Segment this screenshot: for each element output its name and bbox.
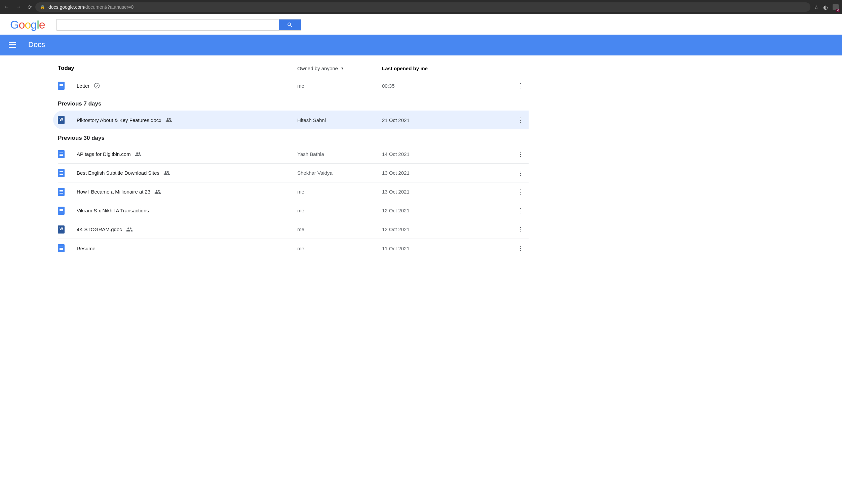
shared-icon	[163, 170, 170, 176]
docs-list: Today Owned by anyone ▼ Last opened by m…	[58, 55, 529, 258]
nav-forward-icon[interactable]: →	[16, 4, 21, 10]
extension-icon[interactable]: ◐	[823, 4, 828, 11]
section-label-prev30: Previous 30 days	[58, 129, 529, 145]
doc-owner: me	[297, 227, 382, 232]
doc-name: Letter	[77, 83, 89, 89]
offline-available-icon	[93, 82, 100, 89]
bookmark-star-icon[interactable]: ☆	[814, 4, 819, 11]
doc-name: AP tags for Digitbin.com	[77, 151, 131, 157]
app-title: Docs	[28, 40, 45, 49]
search-icon	[287, 22, 293, 28]
search-button[interactable]	[279, 19, 301, 30]
shared-icon	[135, 151, 142, 158]
doc-row[interactable]: AP tags for Digitbin.comYash Bathla14 Oc…	[58, 145, 529, 164]
url-domain: docs.google.com	[49, 4, 84, 10]
doc-date: 11 Oct 2021	[382, 246, 512, 251]
doc-date: 12 Oct 2021	[382, 227, 512, 232]
list-header-row: Today Owned by anyone ▼ Last opened by m…	[58, 63, 529, 76]
doc-name: Vikram S x Nikhil A Transactions	[77, 208, 149, 213]
doc-name: Piktostory About & Key Features.docx	[77, 117, 161, 123]
doc-owner: me	[297, 83, 382, 89]
doc-row[interactable]: 4K STOGRAM.gdocme12 Oct 2021⋮	[58, 220, 529, 239]
more-options-icon[interactable]: ⋮	[512, 188, 529, 196]
google-doc-icon	[58, 188, 65, 196]
google-doc-icon	[58, 150, 65, 158]
google-doc-icon	[58, 82, 65, 90]
menu-icon[interactable]	[9, 42, 16, 48]
section-label-today: Today	[58, 65, 297, 72]
shared-icon	[126, 226, 133, 233]
shared-icon	[165, 116, 172, 123]
address-bar[interactable]: 🔒 docs.google.com/document/?authuser=0	[35, 2, 810, 12]
doc-owner: Shekhar Vaidya	[297, 170, 382, 176]
doc-row[interactable]: Vikram S x Nikhil A Transactionsme12 Oct…	[58, 201, 529, 220]
section-label-prev7: Previous 7 days	[58, 95, 529, 110]
google-logo[interactable]: Google	[10, 18, 45, 31]
shared-icon	[154, 188, 161, 195]
google-doc-icon	[58, 244, 65, 252]
doc-row[interactable]: Resumeme11 Oct 2021⋮	[58, 239, 529, 258]
doc-owner: me	[297, 246, 382, 251]
doc-owner: Yash Bathla	[297, 151, 382, 157]
nav-back-icon[interactable]: ←	[3, 4, 10, 10]
google-doc-icon	[58, 169, 65, 177]
lock-icon: 🔒	[40, 5, 45, 10]
doc-date: 14 Oct 2021	[382, 151, 512, 157]
more-options-icon[interactable]: ⋮	[512, 245, 529, 252]
doc-date: 13 Oct 2021	[382, 170, 512, 176]
doc-row[interactable]: Piktostory About & Key Features.docxHite…	[53, 110, 529, 129]
doc-row[interactable]: Best English Subtitle Download SitesShek…	[58, 164, 529, 182]
doc-owner: Hitesh Sahni	[297, 117, 382, 123]
doc-date: 21 Oct 2021	[382, 117, 512, 123]
doc-row[interactable]: How I Became a Millionaire at 23me13 Oct…	[58, 182, 529, 201]
doc-name: How I Became a Millionaire at 23	[77, 189, 150, 195]
more-options-icon[interactable]: ⋮	[512, 150, 529, 158]
url-path: /document/?authuser=0	[84, 4, 134, 10]
owner-filter-label: Owned by anyone	[297, 66, 338, 71]
google-doc-icon	[58, 206, 65, 215]
more-options-icon[interactable]: ⋮	[512, 226, 529, 233]
google-header: Google	[0, 14, 842, 35]
more-options-icon[interactable]: ⋮	[512, 82, 529, 89]
doc-owner: me	[297, 208, 382, 213]
doc-name: Best English Subtitle Download Sites	[77, 170, 159, 176]
doc-row[interactable]: Letterme00:35⋮	[58, 76, 529, 95]
search-input[interactable]	[57, 19, 279, 30]
docs-app-bar: Docs	[0, 35, 842, 55]
nav-reload-icon[interactable]: ⟳	[28, 4, 32, 11]
doc-name: Resume	[77, 246, 95, 251]
word-doc-icon	[58, 116, 65, 124]
owner-filter[interactable]: Owned by anyone ▼	[297, 66, 382, 71]
doc-date: 13 Oct 2021	[382, 189, 512, 195]
sort-date-label[interactable]: Last opened by me	[382, 66, 512, 71]
browser-chrome: ← → ⟳ 🔒 docs.google.com/document/?authus…	[0, 0, 842, 14]
word-doc-icon	[58, 226, 65, 234]
more-options-icon[interactable]: ⋮	[512, 116, 529, 124]
chevron-down-icon: ▼	[340, 67, 344, 70]
doc-date: 00:35	[382, 83, 512, 89]
doc-date: 12 Oct 2021	[382, 208, 512, 213]
more-options-icon[interactable]: ⋮	[512, 169, 529, 177]
extension-badge-icon[interactable]	[832, 4, 839, 10]
doc-name: 4K STOGRAM.gdoc	[77, 227, 122, 232]
doc-owner: me	[297, 189, 382, 195]
search-box	[56, 19, 301, 31]
more-options-icon[interactable]: ⋮	[512, 207, 529, 214]
